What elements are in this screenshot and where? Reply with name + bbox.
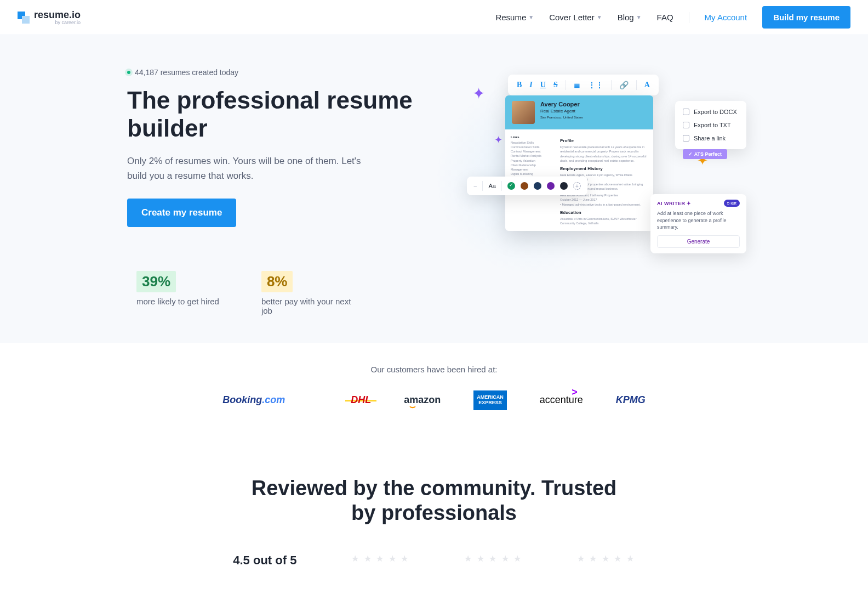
color-swatch-purple[interactable] <box>547 182 555 190</box>
sparkle-icon: ✦ <box>472 84 485 103</box>
nav-resume[interactable]: Resume▼ <box>495 13 534 22</box>
logo-text: resume.io <box>34 9 81 21</box>
logo[interactable]: resume.io by career.io <box>18 9 81 25</box>
hero-subtitle: Only 2% of resumes win. Yours will be on… <box>127 154 368 183</box>
ai-writer-text: Add at least one piece of work experienc… <box>657 210 740 231</box>
review-stars: ★ ★ ★ ★ ★ <box>464 553 522 564</box>
chevron-down-icon: ▼ <box>597 14 602 20</box>
color-swatch-dark[interactable] <box>560 182 568 190</box>
sparkle-icon: ✦ <box>494 134 502 146</box>
avatar <box>512 101 535 124</box>
main-nav: Resume▼ Cover Letter▼ Blog▼ FAQ My Accou… <box>495 6 850 29</box>
color-picker: − Aa + <box>467 177 587 195</box>
nav-divider <box>689 12 689 23</box>
hero-stats: 39% more likely to get hired 8% better p… <box>127 271 434 315</box>
nav-cover-letter[interactable]: Cover Letter▼ <box>549 13 602 22</box>
ats-badge: ✓ ATS Perfect <box>683 149 727 159</box>
export-docx[interactable]: Export to DOCX <box>675 105 746 118</box>
review-stars: ★ ★ ★ ★ ★ <box>577 553 635 564</box>
resume-preview: Avery Cooper Real Estate Agent San Franc… <box>505 95 653 231</box>
hero-title: The professional resume builder <box>127 87 434 142</box>
minus-icon[interactable]: − <box>473 183 477 189</box>
logo-amex: AMERICANEXPRESS <box>473 390 507 410</box>
ai-credits-badge: 5 left <box>724 200 740 207</box>
nav-my-account[interactable]: My Account <box>705 13 747 22</box>
rating-score: 4.5 out of 5 <box>233 553 296 568</box>
underline-icon[interactable]: U <box>540 81 546 89</box>
bullet-list-icon[interactable]: ⋮⋮ <box>588 81 603 90</box>
stat-pay: 8% better pay with your next job <box>252 271 355 315</box>
italic-icon[interactable]: I <box>529 81 532 89</box>
color-swatch-brown[interactable] <box>521 182 528 190</box>
nav-faq[interactable]: FAQ <box>657 13 673 22</box>
ordered-list-icon[interactable]: ≣ <box>574 81 580 90</box>
preview-name: Avery Cooper <box>540 101 583 107</box>
build-resume-button[interactable]: Build my resume <box>762 6 850 29</box>
customers-title: Our customers have been hired at: <box>11 365 857 374</box>
file-icon <box>683 109 689 115</box>
color-add[interactable]: + <box>573 182 581 190</box>
logo-dhl: DHL <box>351 394 371 406</box>
font-style-icon[interactable]: A <box>644 81 650 89</box>
export-menu: Export to DOCX Export to TXT Share a lin… <box>675 101 746 149</box>
reviews-title: Reviewed by the community. Trusted by pr… <box>242 476 626 526</box>
hero-section: 44,187 resumes created today The profess… <box>0 35 868 343</box>
header: resume.io by career.io Resume▼ Cover Let… <box>0 0 868 35</box>
preview-contact: San Francisco, United States <box>540 116 583 119</box>
chevron-down-icon: ▼ <box>528 14 534 20</box>
export-txt[interactable]: Export to TXT <box>675 118 746 132</box>
ai-generate-button[interactable]: Generate <box>657 235 740 248</box>
ai-writer-title: AI WRITER ✦ <box>657 201 692 206</box>
chevron-down-icon: ▼ <box>636 14 642 20</box>
font-label[interactable]: Aa <box>488 183 495 189</box>
share-link[interactable]: Share a link <box>675 132 746 145</box>
review-stars: ★ ★ ★ ★ ★ <box>351 553 409 564</box>
hero-content: 44,187 resumes created today The profess… <box>127 68 434 315</box>
formatting-toolbar: B I U S ≣ ⋮⋮ 🔗 A <box>508 75 659 95</box>
bold-icon[interactable]: B <box>517 81 522 89</box>
rating-row: 4.5 out of 5 ★ ★ ★ ★ ★ ★ ★ ★ ★ ★ ★ ★ ★ ★… <box>11 553 857 568</box>
hero-illustration: ✦ ✦ ✦ B I U S ≣ ⋮⋮ 🔗 A Avery C <box>456 68 741 315</box>
logo-accenture: accenture <box>540 394 583 406</box>
link-icon[interactable]: 🔗 <box>619 81 629 90</box>
nav-blog[interactable]: Blog▼ <box>618 13 642 22</box>
resume-counter: 44,187 resumes created today <box>127 68 434 77</box>
share-icon <box>683 135 689 141</box>
customers-section: Our customers have been hired at: Bookin… <box>0 343 868 443</box>
color-swatch-green[interactable] <box>507 182 515 190</box>
preview-role: Real Estate Agent <box>540 109 583 114</box>
reviews-section: Reviewed by the community. Trusted by pr… <box>0 443 868 590</box>
logo-icon <box>18 12 30 24</box>
logo-amazon: amazon <box>404 394 441 406</box>
file-icon <box>683 122 689 128</box>
logo-booking: Booking.com <box>222 394 285 406</box>
live-dot-icon <box>127 71 130 74</box>
strikethrough-icon[interactable]: S <box>553 81 558 89</box>
customer-logos: Booking.com DHL amazon AMERICANEXPRESS a… <box>11 390 857 410</box>
ai-writer-panel: AI WRITER ✦ 5 left Add at least one piec… <box>650 194 746 253</box>
logo-kpmg: KPMG <box>616 394 646 406</box>
color-swatch-navy[interactable] <box>534 182 541 190</box>
stat-hired: 39% more likely to get hired <box>127 271 219 315</box>
create-resume-button[interactable]: Create my resume <box>127 199 236 227</box>
